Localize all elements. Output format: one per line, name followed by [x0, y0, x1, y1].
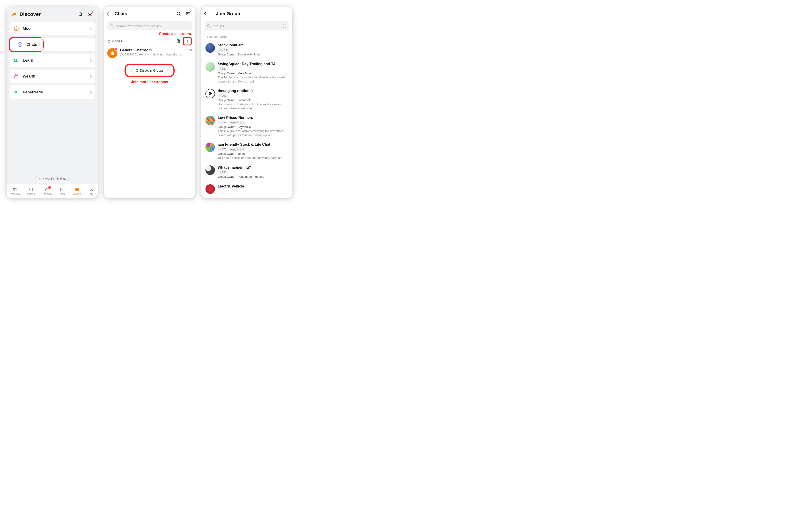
svg-point-10: [17, 75, 18, 75]
search-icon[interactable]: [175, 10, 182, 17]
group-description: Discussion on theta play of option such …: [218, 102, 288, 110]
group-avatar-icon: [206, 184, 215, 194]
menu-item-chats[interactable]: Chats: [13, 38, 43, 51]
annotation-join-chatrooms: Join more chatrooms: [104, 80, 195, 84]
search-icon[interactable]: [77, 11, 84, 18]
group-owner: Group Owner:Popular on moomoo: [218, 175, 288, 178]
chats-icon: [17, 41, 23, 48]
group-meta: 253: [218, 170, 288, 174]
back-icon[interactable]: [107, 12, 111, 16]
news-icon: [60, 187, 65, 192]
group-avatar-icon: [206, 116, 215, 125]
join-group-screen: Join Group Groups Discover Groups StockJ…: [202, 7, 292, 198]
header: Discover: [7, 7, 98, 22]
group-row[interactable]: SwingSquad: Day Trading and TA888Group O…: [202, 60, 292, 87]
owner-label: Group Owner:: [218, 98, 236, 102]
group-body: theta gang (options)200Group Owner:docto…: [218, 89, 288, 110]
learn-icon: [13, 57, 20, 64]
wealth-icon: [13, 73, 20, 79]
menu-item-learn[interactable]: Learn: [9, 54, 95, 67]
chevron-right-icon: [89, 59, 92, 62]
back-icon[interactable]: [204, 12, 208, 16]
svg-point-39: [220, 149, 221, 149]
group-row[interactable]: iam Friendly Stock & Life Chat273Apply t…: [202, 140, 292, 163]
svg-line-27: [113, 26, 113, 27]
discover-groups-highlight: Discover Groups: [125, 64, 174, 77]
apply-badge: Apply to join: [229, 148, 245, 151]
tab-accounts[interactable]: Accounts: [43, 187, 52, 195]
menu-label: Moo: [23, 26, 89, 31]
contacts-icon[interactable]: [175, 38, 182, 44]
menu-item-moo[interactable]: Moo: [9, 22, 95, 35]
tab-markets[interactable]: Markets: [27, 187, 35, 195]
svg-line-34: [210, 26, 210, 27]
group-description: Talk about stocks and life, and how they…: [218, 156, 288, 160]
svg-point-29: [178, 40, 179, 41]
app-logo-icon: [11, 11, 17, 18]
search-input[interactable]: Search for friends and groups: [107, 21, 192, 31]
owner-label: Group Owner:: [218, 72, 236, 75]
heart-icon: [13, 187, 18, 192]
group-row[interactable]: Electric vehicle: [202, 182, 292, 197]
member-count-badge: 439: [218, 121, 228, 124]
group-owner: Group Owner:Meta Moo: [218, 72, 288, 75]
group-body: What's happening?253Group Owner:Popular …: [218, 166, 288, 179]
group-row[interactable]: Θtheta gang (options)200Group Owner:doct…: [202, 87, 292, 113]
create-chatroom-highlight: [183, 37, 192, 45]
group-row[interactable]: What's happening?253Group Owner:Popular …: [202, 163, 292, 182]
svg-rect-25: [186, 13, 190, 15]
group-row[interactable]: StockJoshFam7792Group Owner:Stocks with …: [202, 41, 292, 60]
mail-icon[interactable]: [87, 11, 94, 18]
menu-item-wealth[interactable]: Wealth: [9, 70, 95, 83]
nav-settings-row: Navigation Settings: [7, 176, 98, 181]
tab-discover[interactable]: Discover: [73, 187, 81, 195]
discover-screen: Discover Moo Chats: [7, 7, 98, 198]
chat-content: General Chatroom 16:23 @104628651 Yes, t…: [120, 48, 192, 56]
svg-rect-2: [88, 13, 92, 16]
group-owner: Group Owner:doctorpot1: [218, 98, 288, 102]
menu-list: Moo Chats Learn Wealth: [7, 22, 98, 101]
member-count-badge: 7792: [218, 48, 229, 52]
user-icon: [89, 187, 94, 192]
chats-screen: Chats Search for friends and groups Crea…: [104, 7, 195, 198]
svg-line-1: [81, 15, 82, 16]
scan-icon[interactable]: [282, 24, 287, 28]
chevron-right-icon: [89, 27, 92, 30]
tab-label: Discover: [73, 192, 81, 195]
chat-row[interactable]: General Chatroom 16:23 @104628651 Yes, t…: [104, 46, 195, 60]
mail-icon[interactable]: [185, 10, 192, 17]
group-meta: 7792: [218, 48, 288, 52]
search-placeholder: Groups: [213, 24, 224, 28]
groups-list: StockJoshFam7792Group Owner:Stocks with …: [202, 41, 292, 197]
group-meta: 200: [218, 94, 288, 97]
group-description: The TA chatroom is a place for all techn…: [218, 75, 288, 83]
discover-groups-button[interactable]: Discover Groups: [131, 67, 168, 74]
group-name: Electric vehicle: [218, 184, 288, 188]
read-all-button[interactable]: Read All: [107, 39, 175, 43]
group-body: StockJoshFam7792Group Owner:Stocks with …: [218, 43, 288, 57]
menu-item-papertrade[interactable]: Papertrade: [9, 86, 95, 99]
plus-icon[interactable]: [184, 38, 190, 44]
navigation-settings-button[interactable]: Navigation Settings: [35, 176, 69, 181]
svg-point-35: [220, 49, 221, 50]
moo-icon: [13, 25, 20, 32]
gear-icon: [38, 177, 41, 180]
group-avatar-icon: [206, 166, 215, 175]
tab-me[interactable]: Me: [89, 187, 94, 195]
chat-time: 16:23: [185, 49, 192, 52]
groups-search-input[interactable]: Groups: [205, 21, 289, 31]
group-row[interactable]: Low-Priced Runners439Apply to joinGroup …: [202, 113, 292, 140]
papertrade-icon: [13, 89, 20, 95]
chat-name: General Chatroom: [120, 48, 185, 52]
svg-point-7: [20, 44, 21, 45]
svg-point-37: [220, 95, 221, 96]
group-owner: Group Owner:Stocks with Josh: [218, 53, 288, 56]
owner-name: doctorpot1: [238, 98, 252, 102]
discover-groups-label: Discover Groups: [140, 69, 164, 72]
owner-name: Stocks with Josh: [238, 53, 260, 56]
svg-point-5: [19, 44, 20, 45]
nav-settings-label: Navigation Settings: [42, 177, 66, 180]
group-avatar-icon: Θ: [206, 89, 215, 98]
tab-watchlist[interactable]: Watchlist: [11, 187, 20, 195]
tab-news[interactable]: News: [60, 187, 65, 195]
